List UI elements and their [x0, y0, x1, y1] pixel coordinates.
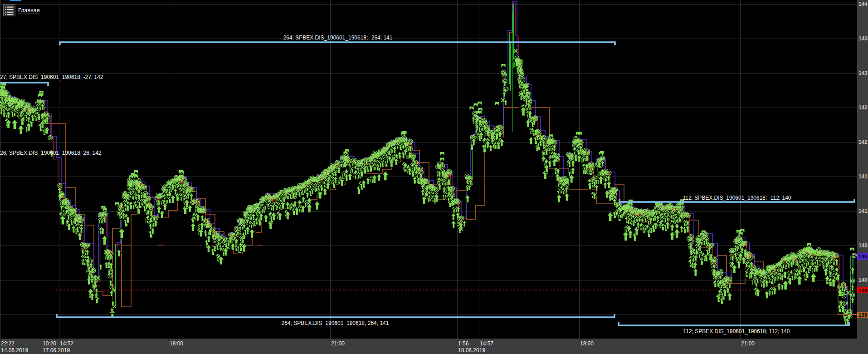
svg-text:18:00: 18:00: [580, 340, 594, 347]
svg-text:17.06.2019: 17.06.2019: [43, 347, 70, 354]
svg-text:21:00: 21:00: [331, 340, 345, 347]
svg-text:144: 144: [858, 1, 868, 7]
svg-text:139: 139: [858, 312, 867, 318]
svg-text:21:00: 21:00: [741, 340, 755, 347]
svg-text:22:22: 22:22: [1, 340, 15, 347]
svg-text:264; SPBEX.DIS_190601_190618;: 264; SPBEX.DIS_190601_190618; -264; 141: [283, 34, 393, 41]
svg-text:1:56: 1:56: [458, 340, 469, 347]
svg-text:264; SPBEX.DIS_190601_190618;: 264; SPBEX.DIS_190601_190618; 264; 141: [282, 320, 389, 326]
svg-text:18:00: 18:00: [170, 340, 183, 347]
svg-text:112; SPBEX.DIS_190601_190618;: 112; SPBEX.DIS_190601_190618; -112; 140: [683, 195, 791, 201]
svg-text:141: 141: [858, 208, 868, 214]
svg-text:14:52: 14:52: [60, 340, 73, 347]
svg-text:140: 140: [858, 277, 868, 283]
svg-text:139: 139: [858, 288, 867, 293]
svg-text:14:57: 14:57: [480, 340, 493, 347]
svg-text:141: 141: [858, 173, 868, 180]
svg-text:27; SPBEX.DIS_190601_190618; -: 27; SPBEX.DIS_190601_190618; -27; 142: [0, 74, 103, 80]
svg-text:143: 143: [858, 70, 868, 76]
svg-text:112; SPBEX.DIS_190601_190618;: 112; SPBEX.DIS_190601_190618; 112; 140: [683, 328, 790, 334]
svg-text:142: 142: [858, 139, 868, 145]
svg-text:26; SPBEX.DIS_190601_190618; 2: 26; SPBEX.DIS_190601_190618; 26; 142: [0, 150, 102, 156]
svg-text:142: 142: [858, 104, 868, 111]
svg-text:18.06.2019: 18.06.2019: [458, 347, 485, 354]
svg-text:14.06.2019: 14.06.2019: [1, 347, 28, 354]
svg-text:Главная: Главная: [18, 7, 40, 14]
svg-text:143: 143: [858, 35, 868, 42]
svg-text:140: 140: [858, 242, 868, 249]
svg-text:10:20: 10:20: [43, 340, 56, 347]
svg-text:140: 140: [858, 254, 867, 259]
